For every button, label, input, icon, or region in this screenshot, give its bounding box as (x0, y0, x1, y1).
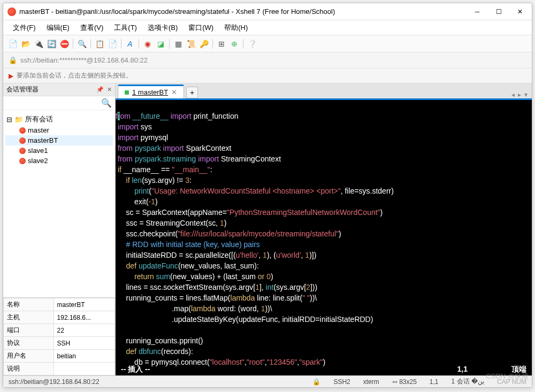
menu-view[interactable]: 查看(V) (76, 22, 108, 34)
vim-status: -- 插入 -- 1,1 顶端 (116, 364, 532, 374)
tab-prev-icon[interactable]: ◂ (511, 91, 515, 98)
session-masterbt[interactable]: masterBT (5, 135, 113, 145)
titlebar: masterBT - beitian@panli:/usr/local/spar… (3, 3, 532, 20)
paste-icon[interactable]: 📄 (107, 39, 118, 49)
close-button[interactable]: ✕ (513, 6, 528, 17)
xftp-icon[interactable]: ◪ (155, 39, 166, 49)
misc-icon[interactable]: ▦ (173, 39, 184, 49)
menubar: 文件(F) 编辑(E) 查看(V) 工具(T) 选项卡(B) 窗口(W) 帮助(… (3, 20, 532, 35)
status-address: ssh://beitian@192.168.64.80:22 (9, 378, 100, 386)
menu-tab[interactable]: 选项卡(B) (143, 22, 182, 34)
minimize-button[interactable]: ─ (470, 6, 485, 17)
tab-masterbt[interactable]: 1 masterBT ✕ (118, 84, 184, 98)
maximize-button[interactable]: ☐ (491, 6, 506, 17)
addressbar[interactable]: 🔒 ssh://beitian:**********@192.168.64.80… (3, 52, 532, 68)
prop-desc-label: 说明 (4, 363, 54, 375)
window-title: masterBT - beitian@panli:/usr/local/spar… (19, 7, 335, 16)
prop-proto-label: 协议 (4, 337, 54, 350)
search-icon[interactable]: 🔍 (77, 39, 87, 49)
help-icon[interactable]: ❔ (247, 39, 257, 49)
disconnect-icon[interactable]: ⛔ (59, 39, 70, 49)
session-icon (19, 137, 26, 144)
tab-close-icon[interactable]: ✕ (171, 88, 177, 96)
copy-icon[interactable]: 📋 (94, 39, 105, 49)
panel-close-icon[interactable]: ✕ (107, 86, 112, 93)
status-size: ⇿ 83x25 (392, 378, 417, 386)
folder-icon: 📁 (14, 116, 23, 124)
hint-text: 要添加当前会话，点击左侧的箭头按钮。 (17, 71, 132, 80)
status-sessions: 1 会话 �ين (452, 377, 484, 386)
tree-root[interactable]: ⊟ 📁 所有会话 (5, 113, 113, 125)
session-icon (19, 158, 26, 164)
tab-next-icon[interactable]: ▸ (518, 91, 521, 98)
prop-port-label: 端口 (4, 324, 54, 337)
tab-add-button[interactable]: + (186, 87, 198, 98)
session-icon (19, 127, 26, 134)
status-term: xterm (363, 378, 379, 386)
session-slave2[interactable]: slave2 (5, 156, 113, 166)
status-proto: SSH2 (333, 378, 350, 386)
add-icon[interactable]: ⊕ (229, 39, 240, 49)
menu-help[interactable]: 帮助(H) (220, 22, 252, 34)
address-text: ssh://beitian:**********@192.168.64.80:2… (20, 56, 148, 64)
lock-icon: 🔒 (9, 56, 17, 64)
menu-file[interactable]: 文件(F) (9, 22, 40, 34)
hint-bar: ▶ 要添加当前会话，点击左侧的箭头按钮。 (3, 68, 532, 83)
tab-bar: 1 masterBT ✕ + ◂ ▸ ▾ (116, 83, 532, 98)
pin-icon[interactable]: 📌 (96, 86, 104, 93)
new-session-icon[interactable]: 📄 (7, 39, 18, 49)
reconnect-icon[interactable]: 🔄 (46, 39, 57, 49)
expand-icon[interactable]: ⊟ (6, 116, 12, 124)
font-icon[interactable]: A (125, 39, 135, 49)
app-icon (7, 7, 16, 16)
session-master[interactable]: master (5, 125, 113, 135)
status-cursor: 1,1 (430, 378, 439, 386)
prop-host-label: 主机 (4, 311, 54, 324)
prop-name-label: 名称 (4, 298, 54, 311)
xshell-icon[interactable]: ◉ (142, 39, 153, 49)
prop-user-label: 用户名 (4, 350, 54, 363)
tab-menu-icon[interactable]: ▾ (524, 91, 528, 98)
watermark: CSDN @纵横 (486, 372, 529, 381)
menu-edit[interactable]: 编辑(E) (42, 22, 74, 34)
layout-icon[interactable]: ⊞ (216, 39, 227, 49)
session-icon (19, 148, 26, 154)
open-icon[interactable]: 📂 (20, 39, 31, 49)
menu-window[interactable]: 窗口(W) (184, 22, 218, 34)
session-properties: 名称masterBT 主机192.168.6... 端口22 协议SSH 用户名… (3, 297, 115, 375)
menu-tools[interactable]: 工具(T) (110, 22, 141, 34)
flag-icon: ▶ (9, 72, 13, 80)
connect-icon[interactable]: 🔌 (33, 39, 44, 49)
terminal[interactable]: ffrom __future__ import print_function i… (116, 98, 532, 375)
script-icon[interactable]: 📜 (186, 39, 196, 49)
tab-status-icon (125, 90, 129, 95)
key-icon[interactable]: 🔑 (198, 39, 209, 49)
session-sidebar: 会话管理器 📌 ✕ 🔍 ⊟ 📁 所有会话 master masterBT sla… (3, 83, 116, 375)
sidebar-search-icon[interactable]: 🔍 (101, 98, 112, 108)
status-lock-icon: 🔒 (312, 378, 320, 386)
toolbar: 📄 📂 🔌 🔄 ⛔ 🔍 📋 📄 A ◉ ◪ ▦ 📜 🔑 ⊞ ⊕ ❔ (3, 35, 532, 52)
session-slave1[interactable]: slave1 (5, 145, 113, 156)
session-tree[interactable]: ⊟ 📁 所有会话 master masterBT slave1 slave2 (3, 110, 115, 297)
panel-title: 会话管理器 (6, 85, 39, 94)
statusbar: ssh://beitian@192.168.64.80:22 🔒 SSH2 xt… (3, 375, 532, 387)
